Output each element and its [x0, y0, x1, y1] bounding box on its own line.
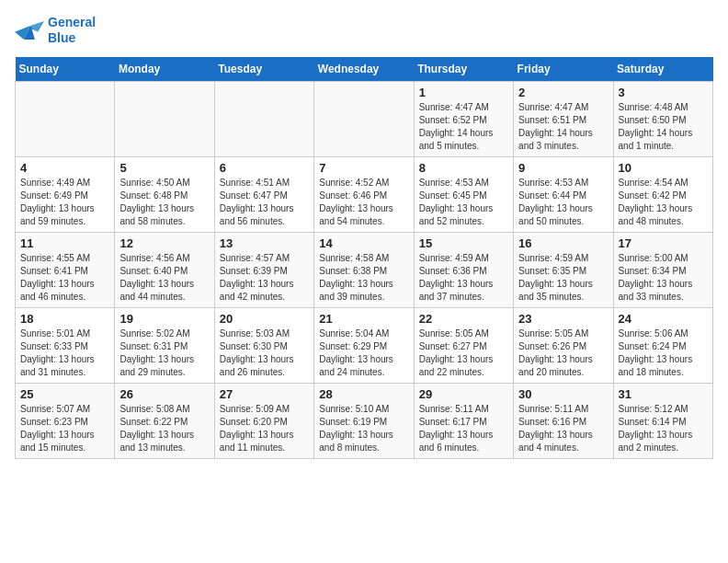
day-number: 23 [518, 312, 608, 326]
calendar-table: SundayMondayTuesdayWednesdayThursdayFrid… [15, 57, 713, 459]
day-info: Sunrise: 5:05 AM Sunset: 6:26 PM Dayligh… [518, 327, 608, 379]
day-info: Sunrise: 4:49 AM Sunset: 6:49 PM Dayligh… [20, 177, 109, 228]
day-info: Sunrise: 5:08 AM Sunset: 6:22 PM Dayligh… [119, 403, 209, 454]
day-number: 15 [419, 236, 508, 250]
day-number: 29 [419, 387, 508, 401]
calendar-day-cell: 21Sunrise: 5:04 AM Sunset: 6:29 PM Dayli… [314, 307, 414, 383]
day-number: 14 [319, 236, 408, 250]
calendar-day-cell: 20Sunrise: 5:03 AM Sunset: 6:30 PM Dayli… [214, 307, 313, 383]
calendar-day-cell [16, 81, 115, 156]
col-header-monday: Monday [115, 57, 214, 82]
day-info: Sunrise: 5:10 AM Sunset: 6:19 PM Dayligh… [319, 403, 408, 454]
day-number: 17 [619, 236, 708, 250]
day-info: Sunrise: 4:53 AM Sunset: 6:45 PM Dayligh… [419, 177, 508, 228]
day-info: Sunrise: 4:48 AM Sunset: 6:50 PM Dayligh… [619, 101, 708, 153]
logo-text: General Blue [48, 15, 96, 46]
day-number: 27 [220, 387, 309, 401]
day-number: 18 [20, 312, 109, 326]
logo-bird-icon [15, 17, 44, 43]
day-info: Sunrise: 4:54 AM Sunset: 6:42 PM Dayligh… [619, 177, 708, 228]
day-number: 5 [119, 161, 209, 175]
calendar-week-row: 11Sunrise: 4:55 AM Sunset: 6:41 PM Dayli… [16, 232, 713, 307]
calendar-day-cell: 13Sunrise: 4:57 AM Sunset: 6:39 PM Dayli… [214, 232, 313, 307]
day-info: Sunrise: 5:11 AM Sunset: 6:17 PM Dayligh… [419, 403, 508, 454]
day-info: Sunrise: 5:12 AM Sunset: 6:14 PM Dayligh… [619, 403, 708, 454]
day-info: Sunrise: 5:01 AM Sunset: 6:33 PM Dayligh… [20, 327, 109, 379]
day-number: 26 [119, 387, 209, 401]
day-number: 4 [20, 161, 109, 175]
day-info: Sunrise: 4:53 AM Sunset: 6:44 PM Dayligh… [518, 177, 608, 228]
day-info: Sunrise: 4:59 AM Sunset: 6:36 PM Dayligh… [419, 252, 508, 304]
day-info: Sunrise: 4:58 AM Sunset: 6:38 PM Dayligh… [319, 252, 408, 304]
svg-marker-1 [30, 21, 44, 32]
calendar-day-cell: 19Sunrise: 5:02 AM Sunset: 6:31 PM Dayli… [115, 307, 214, 383]
calendar-day-cell: 5Sunrise: 4:50 AM Sunset: 6:48 PM Daylig… [115, 156, 214, 232]
day-info: Sunrise: 4:59 AM Sunset: 6:35 PM Dayligh… [518, 252, 608, 304]
calendar-day-cell: 26Sunrise: 5:08 AM Sunset: 6:22 PM Dayli… [115, 383, 214, 458]
day-number: 8 [419, 161, 508, 175]
calendar-day-cell: 9Sunrise: 4:53 AM Sunset: 6:44 PM Daylig… [514, 156, 613, 232]
col-header-friday: Friday [514, 57, 613, 82]
calendar-week-row: 1Sunrise: 4:47 AM Sunset: 6:52 PM Daylig… [16, 81, 713, 156]
day-number: 1 [419, 86, 508, 99]
day-number: 30 [518, 387, 608, 401]
logo: General Blue [15, 15, 96, 46]
day-number: 2 [518, 86, 608, 99]
calendar-day-cell: 31Sunrise: 5:12 AM Sunset: 6:14 PM Dayli… [613, 383, 712, 458]
col-header-thursday: Thursday [414, 57, 513, 82]
calendar-day-cell [214, 81, 313, 156]
calendar-day-cell: 30Sunrise: 5:11 AM Sunset: 6:16 PM Dayli… [514, 383, 613, 458]
calendar-day-cell: 1Sunrise: 4:47 AM Sunset: 6:52 PM Daylig… [414, 81, 513, 156]
calendar-day-cell: 3Sunrise: 4:48 AM Sunset: 6:50 PM Daylig… [613, 81, 712, 156]
calendar-day-cell: 24Sunrise: 5:06 AM Sunset: 6:24 PM Dayli… [613, 307, 712, 383]
day-number: 16 [518, 236, 608, 250]
day-number: 25 [20, 387, 109, 401]
day-number: 11 [20, 236, 109, 250]
day-info: Sunrise: 4:52 AM Sunset: 6:46 PM Dayligh… [319, 177, 408, 228]
calendar-day-cell: 2Sunrise: 4:47 AM Sunset: 6:51 PM Daylig… [514, 81, 613, 156]
day-number: 3 [619, 86, 708, 99]
day-number: 7 [319, 161, 408, 175]
day-info: Sunrise: 4:56 AM Sunset: 6:40 PM Dayligh… [119, 252, 209, 304]
calendar-day-cell: 7Sunrise: 4:52 AM Sunset: 6:46 PM Daylig… [314, 156, 414, 232]
day-info: Sunrise: 4:47 AM Sunset: 6:52 PM Dayligh… [419, 101, 508, 153]
day-number: 22 [419, 312, 508, 326]
day-number: 19 [119, 312, 209, 326]
day-number: 9 [518, 161, 608, 175]
calendar-day-cell: 27Sunrise: 5:09 AM Sunset: 6:20 PM Dayli… [214, 383, 313, 458]
day-number: 12 [119, 236, 209, 250]
calendar-day-cell: 17Sunrise: 5:00 AM Sunset: 6:34 PM Dayli… [613, 232, 712, 307]
day-info: Sunrise: 5:09 AM Sunset: 6:20 PM Dayligh… [220, 403, 309, 454]
calendar-day-cell: 28Sunrise: 5:10 AM Sunset: 6:19 PM Dayli… [314, 383, 414, 458]
day-info: Sunrise: 5:05 AM Sunset: 6:27 PM Dayligh… [419, 327, 508, 379]
page-header: General Blue [15, 15, 713, 46]
calendar-header-row: SundayMondayTuesdayWednesdayThursdayFrid… [16, 57, 713, 82]
day-info: Sunrise: 5:04 AM Sunset: 6:29 PM Dayligh… [319, 327, 408, 379]
day-info: Sunrise: 5:11 AM Sunset: 6:16 PM Dayligh… [518, 403, 608, 454]
col-header-wednesday: Wednesday [314, 57, 414, 82]
calendar-week-row: 25Sunrise: 5:07 AM Sunset: 6:23 PM Dayli… [16, 383, 713, 458]
day-number: 20 [220, 312, 309, 326]
day-info: Sunrise: 4:55 AM Sunset: 6:41 PM Dayligh… [20, 252, 109, 304]
day-info: Sunrise: 5:07 AM Sunset: 6:23 PM Dayligh… [20, 403, 109, 454]
calendar-day-cell: 4Sunrise: 4:49 AM Sunset: 6:49 PM Daylig… [16, 156, 115, 232]
day-info: Sunrise: 5:00 AM Sunset: 6:34 PM Dayligh… [619, 252, 708, 304]
calendar-week-row: 4Sunrise: 4:49 AM Sunset: 6:49 PM Daylig… [16, 156, 713, 232]
calendar-day-cell: 16Sunrise: 4:59 AM Sunset: 6:35 PM Dayli… [514, 232, 613, 307]
calendar-day-cell: 6Sunrise: 4:51 AM Sunset: 6:47 PM Daylig… [214, 156, 313, 232]
calendar-day-cell: 14Sunrise: 4:58 AM Sunset: 6:38 PM Dayli… [314, 232, 414, 307]
col-header-saturday: Saturday [613, 57, 712, 82]
day-number: 10 [619, 161, 708, 175]
calendar-day-cell: 8Sunrise: 4:53 AM Sunset: 6:45 PM Daylig… [414, 156, 513, 232]
day-number: 24 [619, 312, 708, 326]
day-number: 13 [220, 236, 309, 250]
calendar-day-cell: 29Sunrise: 5:11 AM Sunset: 6:17 PM Dayli… [414, 383, 513, 458]
day-number: 31 [619, 387, 708, 401]
calendar-day-cell: 15Sunrise: 4:59 AM Sunset: 6:36 PM Dayli… [414, 232, 513, 307]
day-info: Sunrise: 4:51 AM Sunset: 6:47 PM Dayligh… [220, 177, 309, 228]
day-info: Sunrise: 4:47 AM Sunset: 6:51 PM Dayligh… [518, 101, 608, 153]
day-info: Sunrise: 4:57 AM Sunset: 6:39 PM Dayligh… [220, 252, 309, 304]
day-info: Sunrise: 5:02 AM Sunset: 6:31 PM Dayligh… [119, 327, 209, 379]
calendar-day-cell: 12Sunrise: 4:56 AM Sunset: 6:40 PM Dayli… [115, 232, 214, 307]
day-number: 28 [319, 387, 408, 401]
